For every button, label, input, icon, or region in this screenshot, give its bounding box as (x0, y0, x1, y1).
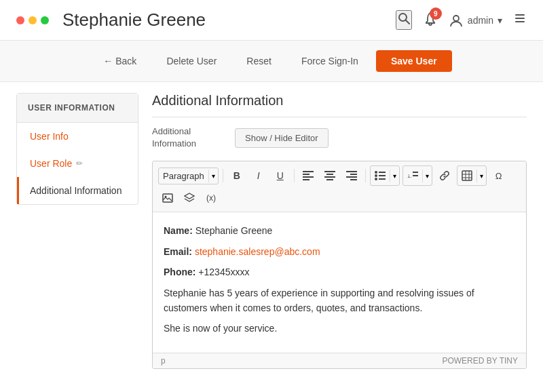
svg-marker-35 (185, 193, 194, 199)
ordered-list-button[interactable]: 1.2. (403, 166, 422, 185)
sidebar-item-additional-info[interactable]: Additional Information (17, 177, 138, 204)
sidebar-item-label: User Role (30, 158, 72, 169)
svg-rect-4 (515, 18, 525, 19)
sidebar-item-label: Additional Information (30, 185, 121, 196)
paragraph-dropdown[interactable]: Paragraph ▾ (158, 168, 219, 184)
svg-rect-7 (303, 174, 310, 175)
svg-rect-3 (515, 14, 525, 16)
content-title: Additional Information (152, 93, 527, 117)
underline-button[interactable]: U (271, 166, 290, 185)
svg-rect-14 (346, 171, 357, 172)
svg-rect-15 (350, 174, 357, 175)
image-button[interactable] (158, 189, 177, 208)
name-label: Name: (164, 225, 193, 236)
svg-rect-8 (303, 176, 314, 178)
sidebar-item-label: User Info (30, 131, 69, 142)
align-center-button[interactable] (320, 166, 339, 185)
editor-toolbar: Paragraph ▾ B I U (153, 161, 526, 212)
svg-rect-33 (163, 194, 172, 202)
ul-dropdown-arrow[interactable]: ▾ (390, 170, 399, 182)
svg-rect-21 (379, 175, 386, 176)
editor-content[interactable]: Name: Stephanie Greene Email: stephanie.… (153, 212, 526, 352)
svg-rect-25 (413, 172, 418, 173)
bold-button[interactable]: B (227, 166, 246, 185)
svg-rect-28 (462, 171, 472, 180)
svg-rect-11 (326, 174, 333, 175)
svg-line-1 (406, 20, 409, 24)
sidebar-item-user-info[interactable]: User Info (17, 123, 138, 150)
email-value[interactable]: stephanie.salesrep@abc.com (195, 246, 320, 257)
unordered-list-button[interactable] (371, 166, 390, 185)
editor-footer: p POWERED BY TINY (153, 353, 526, 368)
notification-button[interactable]: 9 (423, 12, 438, 28)
editor-tag: p (161, 356, 166, 366)
traffic-light-green[interactable] (41, 16, 49, 24)
name-value: Stephanie Greene (195, 225, 273, 236)
back-button[interactable]: ← Back (91, 50, 149, 72)
ol-dropdown-arrow[interactable]: ▾ (422, 170, 432, 182)
reset-button[interactable]: Reset (234, 50, 284, 72)
svg-point-2 (453, 16, 459, 21)
svg-rect-10 (324, 171, 335, 172)
sidebar-item-user-role[interactable]: User Role ✏ (17, 150, 138, 177)
edit-icon: ✏ (76, 159, 83, 168)
title-bar: Stephanie Greene 9 admin ▾ (0, 0, 543, 41)
align-left-button[interactable] (299, 166, 318, 185)
content-phone: Phone: +12345xxxx (164, 264, 515, 279)
hamburger-menu-icon[interactable] (513, 12, 527, 28)
traffic-light-red[interactable] (16, 16, 24, 24)
svg-rect-12 (324, 176, 335, 178)
svg-text:2.: 2. (407, 171, 412, 177)
svg-point-22 (375, 178, 377, 180)
align-right-button[interactable] (342, 166, 361, 185)
sidebar-header: USER INFORMATION (17, 94, 138, 123)
toolbar-separator-2 (294, 169, 295, 182)
toolbar-separator-1 (223, 169, 223, 182)
user-menu[interactable]: admin ▾ (449, 13, 502, 28)
delete-user-button[interactable]: Delete User (154, 50, 229, 72)
content-name: Name: Stephanie Greene (164, 223, 515, 238)
user-dropdown-icon: ▾ (498, 15, 502, 26)
ul-dropdown[interactable]: ▾ (370, 165, 400, 186)
svg-rect-13 (326, 179, 333, 180)
traffic-lights (16, 16, 49, 24)
table-button[interactable] (457, 166, 476, 185)
content-email: Email: stephanie.salesrep@abc.com (164, 244, 515, 259)
title-bar-left: Stephanie Greene (16, 9, 206, 31)
phone-label: Phone: (164, 267, 195, 277)
phone-value: +12345xxxx (198, 267, 249, 277)
code-button[interactable]: (x) (202, 189, 221, 208)
toolbar: ← Back Delete User Reset Force Sign-In S… (0, 41, 543, 82)
email-label: Email: (164, 246, 192, 257)
layers-button[interactable] (180, 189, 199, 208)
main-content: USER INFORMATION User Info User Role ✏ A… (0, 82, 543, 380)
link-button[interactable] (435, 166, 454, 185)
paragraph-dropdown-arrow[interactable]: ▾ (208, 170, 218, 182)
user-label: admin (468, 15, 493, 26)
table-dropdown[interactable]: ▾ (457, 165, 487, 186)
ol-dropdown[interactable]: 1.2. ▾ (402, 165, 432, 186)
svg-rect-19 (379, 172, 386, 173)
content-bio2: She is now of your service. (164, 321, 515, 336)
table-dropdown-arrow[interactable]: ▾ (476, 170, 486, 182)
search-button[interactable] (396, 10, 412, 30)
svg-rect-23 (379, 178, 386, 180)
svg-point-20 (375, 174, 377, 177)
editor-wrapper: Paragraph ▾ B I U (152, 161, 527, 368)
page-title: Stephanie Greene (62, 9, 206, 31)
svg-point-18 (375, 171, 377, 174)
notification-badge: 9 (430, 7, 442, 20)
save-user-button[interactable]: Save User (376, 50, 452, 72)
show-hide-editor-button[interactable]: Show / Hide Editor (235, 128, 329, 148)
powered-by: POWERED BY TINY (442, 356, 518, 366)
traffic-light-yellow[interactable] (29, 16, 37, 24)
special-char-button[interactable]: Ω (489, 166, 508, 185)
svg-rect-16 (346, 176, 357, 178)
italic-button[interactable]: I (249, 166, 268, 185)
field-label-additional-info: Additional Information (152, 125, 227, 150)
paragraph-select[interactable]: Paragraph (159, 168, 208, 184)
content-area: Additional Information Additional Inform… (152, 93, 527, 369)
force-signin-button[interactable]: Force Sign-In (289, 50, 371, 72)
svg-rect-6 (303, 171, 314, 172)
content-bio: Stephanie has 5 years of experience in s… (164, 286, 515, 316)
